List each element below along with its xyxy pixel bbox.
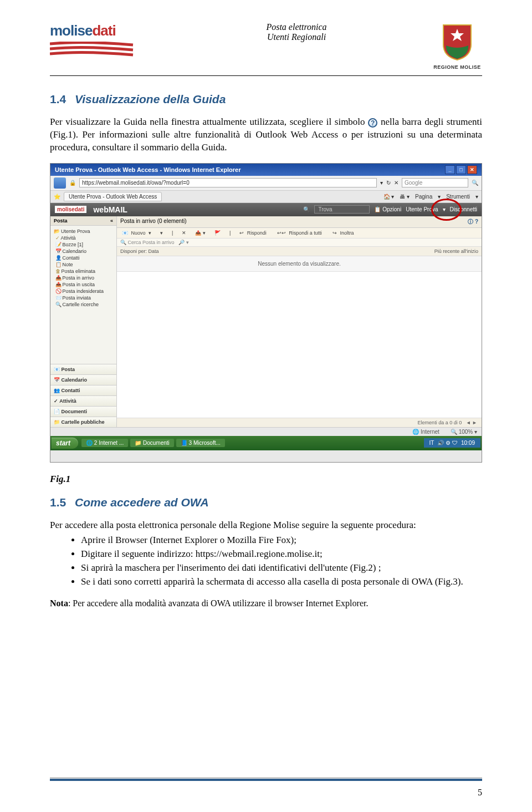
window-controls: _ □ ✕ bbox=[445, 165, 477, 174]
help-icon: ? bbox=[368, 118, 377, 128]
nav-cartelle[interactable]: 📁 Cartelle pubbliche bbox=[50, 417, 116, 427]
browser-tab[interactable]: Utente Prova - Outlook Web Access bbox=[64, 192, 162, 201]
empty-message: Nessun elemento da visualizzare. bbox=[117, 256, 482, 272]
region-label: REGIONE MOLISE bbox=[432, 64, 482, 70]
list-item: Aprire il Browser (Internet Explorer o M… bbox=[81, 534, 482, 547]
find-input[interactable]: Trova bbox=[314, 205, 370, 214]
window-title: Utente Prova - Outlook Web Access - Wind… bbox=[55, 166, 241, 173]
page-header: molisedati Posta elettronica Utenti Regi… bbox=[50, 22, 482, 70]
search-row[interactable]: 🔍 Cerca Posta in arrivo 🔎 ▾ bbox=[117, 238, 482, 247]
logout-link[interactable]: Disconnetti bbox=[450, 206, 477, 212]
nav-contatti[interactable]: 👥 Contatti bbox=[50, 385, 116, 395]
tree-item[interactable]: 🗑Posta eliminata bbox=[52, 268, 115, 275]
help-button[interactable]: ⓘ ? bbox=[468, 218, 478, 226]
nav-back-button[interactable] bbox=[54, 177, 66, 189]
user-menu[interactable]: Utente Prova bbox=[406, 206, 438, 212]
footer-divider bbox=[50, 778, 482, 781]
nav-bottom: 📧 Posta 📅 Calendario 👥 Contatti ✓ Attivi… bbox=[50, 364, 116, 427]
section-name: Come accedere ad OWA bbox=[75, 496, 209, 509]
reply-button[interactable]: ↩ Rispondi bbox=[238, 230, 270, 236]
new-button[interactable]: 📧 Nuovo ▾ bbox=[120, 230, 153, 236]
tree-item[interactable]: ✓Attività bbox=[52, 235, 115, 241]
note-paragraph: Nota: Per accedere alla modalità avanzat… bbox=[50, 598, 482, 608]
page-number: 5 bbox=[478, 788, 482, 798]
owa-main: Posta in arrivo (0 elementi) ⓘ ? 📧 Nuovo… bbox=[117, 216, 482, 427]
sidebar-header: Posta« bbox=[50, 216, 116, 226]
logo-word-molise: molise bbox=[50, 22, 92, 39]
search-icon[interactable]: 🔍 bbox=[472, 180, 478, 186]
tray-time: 10:09 bbox=[461, 440, 475, 446]
sort-by[interactable]: Disponi per: Data bbox=[120, 248, 159, 254]
taskbar-item[interactable]: 🌐 2 Internet ... bbox=[81, 439, 128, 447]
reply-all-button[interactable]: ↩↩ Rispondi a tutti bbox=[275, 230, 325, 236]
para-text-a: Per visualizzare la Guida nella finestra… bbox=[50, 116, 368, 127]
forward-button[interactable]: ↪ Inoltra bbox=[331, 230, 357, 236]
sort-order[interactable]: Più recente all'inizio bbox=[434, 248, 478, 254]
options-link[interactable]: 📋 Opzioni bbox=[374, 206, 401, 212]
close-button[interactable]: ✕ bbox=[467, 165, 477, 174]
page-menu[interactable]: Pagina bbox=[415, 194, 432, 200]
windows-taskbar: start 🌐 2 Internet ... 📁 Documenti 📘 3 M… bbox=[50, 436, 482, 450]
minimize-button[interactable]: _ bbox=[445, 165, 455, 174]
start-button[interactable]: start bbox=[52, 438, 78, 449]
browser-search[interactable]: Google bbox=[402, 178, 468, 187]
logo-stripes bbox=[50, 42, 139, 57]
home-icon[interactable]: 🏠 ▾ bbox=[383, 194, 395, 200]
address-bar[interactable]: https://webmail.molisedati.it/owa/?modur… bbox=[79, 178, 377, 187]
tree-item[interactable]: 📨Posta inviata bbox=[52, 295, 115, 301]
section-name: Visualizzazione della Guida bbox=[75, 93, 226, 105]
maximize-button[interactable]: □ bbox=[456, 165, 466, 174]
list-item: Se i dati sono corretti apparirà la sche… bbox=[81, 576, 482, 588]
favorites-icon[interactable]: ⭐ bbox=[54, 194, 60, 200]
tb-btn[interactable]: 🚩 bbox=[213, 230, 222, 236]
nav-posta[interactable]: 📧 Posta bbox=[50, 364, 116, 374]
window-titlebar: Utente Prova - Outlook Web Access - Wind… bbox=[50, 164, 482, 176]
procedure-list: Aprire il Browser (Internet Explorer o M… bbox=[50, 534, 482, 588]
logo-regione-molise: REGIONE MOLISE bbox=[432, 22, 482, 70]
tb-btn[interactable]: 📤 ▾ bbox=[193, 230, 207, 236]
owa-brand-1: molisedati bbox=[55, 206, 86, 213]
tree-item[interactable]: 📝Bozze [1] bbox=[52, 241, 115, 248]
zoom-level[interactable]: 🔍 100% ▾ bbox=[451, 429, 477, 435]
folder-tree: 📂Utente Prova ✓Attività 📝Bozze [1] 📅Cale… bbox=[50, 226, 116, 364]
header-line2: Utenti Regionali bbox=[161, 32, 432, 42]
logo-word-dati: dati bbox=[92, 22, 115, 39]
list-item: Digitare il seguente indirizzo: https://… bbox=[81, 548, 482, 561]
tb-btn[interactable]: ✕ bbox=[180, 230, 188, 236]
section-1-4-paragraph: Per visualizzare la Guida nella finestra… bbox=[50, 116, 482, 154]
main-title: Posta in arrivo (0 elementi) bbox=[120, 218, 187, 226]
search-icon-owa[interactable]: 🔍 bbox=[303, 206, 310, 212]
taskbar-item[interactable]: 📁 Documenti bbox=[130, 439, 174, 447]
internet-zone: 🌐 Internet bbox=[412, 429, 439, 435]
tree-item[interactable]: 📅Calendario bbox=[52, 248, 115, 255]
nav-documenti[interactable]: 📄 Documenti bbox=[50, 406, 116, 417]
tree-item[interactable]: 📋Note bbox=[52, 261, 115, 268]
browser-toolbar: 🔒 https://webmail.molisedati.it/owa/?mod… bbox=[50, 176, 482, 191]
section-1-5-title: 1.5 Come accedere ad OWA bbox=[50, 496, 482, 509]
tray-lang[interactable]: IT bbox=[429, 440, 434, 446]
nav-attivita[interactable]: ✓ Attività bbox=[50, 395, 116, 406]
section-num: 1.5 bbox=[50, 496, 66, 509]
taskbar-item[interactable]: 📘 3 Microsoft... bbox=[176, 439, 225, 447]
tools-menu[interactable]: Strumenti bbox=[446, 194, 470, 200]
figure-label: Fig.1 bbox=[50, 474, 482, 485]
tree-item[interactable]: 📥Posta in arrivo bbox=[52, 275, 115, 281]
tree-item[interactable]: 🔍Cartelle ricerche bbox=[52, 301, 115, 308]
browser-tabs: ⭐ Utente Prova - Outlook Web Access 🏠 ▾ … bbox=[50, 191, 482, 203]
owa-header: molisedati webMAIL 🔍 Trova 📋 Opzioni Ute… bbox=[50, 203, 482, 216]
tb-btn[interactable]: ▾ bbox=[158, 230, 165, 236]
owa-sidebar: Posta« 📂Utente Prova ✓Attività 📝Bozze [1… bbox=[50, 216, 117, 427]
tree-item[interactable]: 👤Contatti bbox=[52, 255, 115, 261]
lock-icon: 🔒 bbox=[69, 180, 76, 186]
owa-toolbar: 📧 Nuovo ▾ ▾ | ✕ 📤 ▾ 🚩 | ↩ Rispondi ↩↩ Ri… bbox=[117, 228, 482, 238]
tree-item[interactable]: 📤Posta in uscita bbox=[52, 281, 115, 288]
owa-screenshot: Utente Prova - Outlook Web Access - Wind… bbox=[50, 163, 482, 463]
tree-item[interactable]: 📂Utente Prova bbox=[52, 228, 115, 235]
nav-calendario[interactable]: 📅 Calendario bbox=[50, 374, 116, 385]
logo-molise-dati: molisedati bbox=[50, 22, 161, 61]
header-divider bbox=[50, 75, 482, 76]
system-tray: IT 🔊 ⚙ 🛡 10:09 bbox=[424, 438, 480, 448]
refresh-icon[interactable]: ↻ bbox=[386, 180, 391, 186]
tree-item[interactable]: 🚫Posta indesiderata bbox=[52, 288, 115, 295]
section-1-4-title: 1.4 Visualizzazione della Guida bbox=[50, 93, 482, 106]
